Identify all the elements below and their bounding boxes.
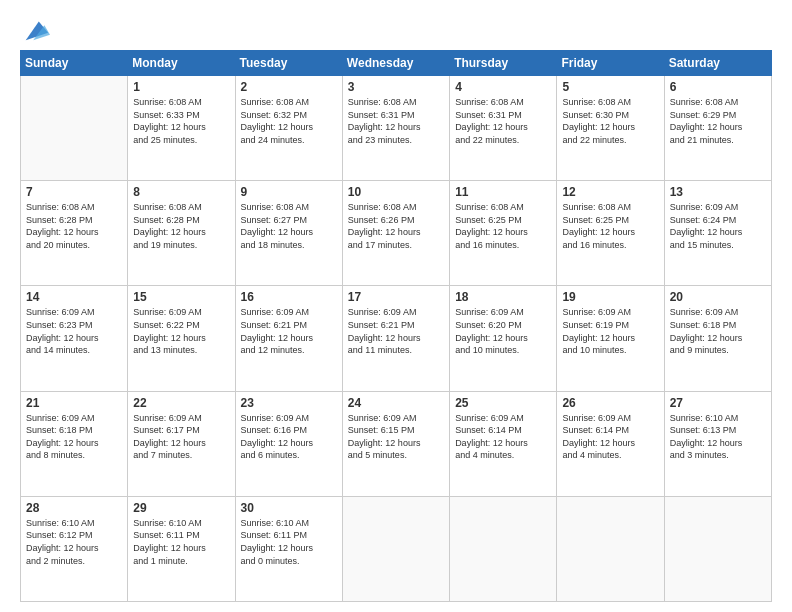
- day-info: Sunrise: 6:10 AM Sunset: 6:13 PM Dayligh…: [670, 412, 766, 462]
- day-number: 23: [241, 396, 337, 410]
- day-info: Sunrise: 6:09 AM Sunset: 6:24 PM Dayligh…: [670, 201, 766, 251]
- calendar-cell: 19Sunrise: 6:09 AM Sunset: 6:19 PM Dayli…: [557, 286, 664, 391]
- day-info: Sunrise: 6:09 AM Sunset: 6:15 PM Dayligh…: [348, 412, 444, 462]
- calendar-cell: 28Sunrise: 6:10 AM Sunset: 6:12 PM Dayli…: [21, 496, 128, 601]
- day-info: Sunrise: 6:10 AM Sunset: 6:11 PM Dayligh…: [133, 517, 229, 567]
- calendar-cell: 5Sunrise: 6:08 AM Sunset: 6:30 PM Daylig…: [557, 76, 664, 181]
- logo-icon: [22, 16, 50, 44]
- day-header-sunday: Sunday: [21, 51, 128, 76]
- day-info: Sunrise: 6:09 AM Sunset: 6:22 PM Dayligh…: [133, 306, 229, 356]
- calendar-cell: 8Sunrise: 6:08 AM Sunset: 6:28 PM Daylig…: [128, 181, 235, 286]
- calendar-cell: [664, 496, 771, 601]
- day-number: 24: [348, 396, 444, 410]
- day-number: 20: [670, 290, 766, 304]
- calendar-cell: 27Sunrise: 6:10 AM Sunset: 6:13 PM Dayli…: [664, 391, 771, 496]
- calendar-cell: 23Sunrise: 6:09 AM Sunset: 6:16 PM Dayli…: [235, 391, 342, 496]
- day-number: 18: [455, 290, 551, 304]
- day-number: 9: [241, 185, 337, 199]
- calendar-cell: 25Sunrise: 6:09 AM Sunset: 6:14 PM Dayli…: [450, 391, 557, 496]
- day-header-monday: Monday: [128, 51, 235, 76]
- day-info: Sunrise: 6:08 AM Sunset: 6:31 PM Dayligh…: [455, 96, 551, 146]
- day-number: 25: [455, 396, 551, 410]
- day-info: Sunrise: 6:09 AM Sunset: 6:23 PM Dayligh…: [26, 306, 122, 356]
- calendar-cell: 10Sunrise: 6:08 AM Sunset: 6:26 PM Dayli…: [342, 181, 449, 286]
- day-info: Sunrise: 6:08 AM Sunset: 6:25 PM Dayligh…: [455, 201, 551, 251]
- calendar-cell: 12Sunrise: 6:08 AM Sunset: 6:25 PM Dayli…: [557, 181, 664, 286]
- calendar-cell: 9Sunrise: 6:08 AM Sunset: 6:27 PM Daylig…: [235, 181, 342, 286]
- calendar-cell: 15Sunrise: 6:09 AM Sunset: 6:22 PM Dayli…: [128, 286, 235, 391]
- day-info: Sunrise: 6:09 AM Sunset: 6:21 PM Dayligh…: [348, 306, 444, 356]
- day-header-friday: Friday: [557, 51, 664, 76]
- day-number: 1: [133, 80, 229, 94]
- day-number: 12: [562, 185, 658, 199]
- week-row-3: 14Sunrise: 6:09 AM Sunset: 6:23 PM Dayli…: [21, 286, 772, 391]
- logo: [20, 16, 50, 40]
- day-header-thursday: Thursday: [450, 51, 557, 76]
- calendar-table: SundayMondayTuesdayWednesdayThursdayFrid…: [20, 50, 772, 602]
- day-number: 2: [241, 80, 337, 94]
- day-number: 28: [26, 501, 122, 515]
- calendar-cell: [342, 496, 449, 601]
- day-number: 4: [455, 80, 551, 94]
- day-info: Sunrise: 6:09 AM Sunset: 6:19 PM Dayligh…: [562, 306, 658, 356]
- day-number: 26: [562, 396, 658, 410]
- day-number: 30: [241, 501, 337, 515]
- calendar-cell: 6Sunrise: 6:08 AM Sunset: 6:29 PM Daylig…: [664, 76, 771, 181]
- day-number: 7: [26, 185, 122, 199]
- day-number: 17: [348, 290, 444, 304]
- calendar-cell: [557, 496, 664, 601]
- day-number: 11: [455, 185, 551, 199]
- day-number: 14: [26, 290, 122, 304]
- day-header-saturday: Saturday: [664, 51, 771, 76]
- calendar-cell: 24Sunrise: 6:09 AM Sunset: 6:15 PM Dayli…: [342, 391, 449, 496]
- day-header-tuesday: Tuesday: [235, 51, 342, 76]
- day-info: Sunrise: 6:08 AM Sunset: 6:27 PM Dayligh…: [241, 201, 337, 251]
- day-number: 10: [348, 185, 444, 199]
- calendar-cell: 29Sunrise: 6:10 AM Sunset: 6:11 PM Dayli…: [128, 496, 235, 601]
- day-info: Sunrise: 6:09 AM Sunset: 6:17 PM Dayligh…: [133, 412, 229, 462]
- day-number: 22: [133, 396, 229, 410]
- calendar-cell: 21Sunrise: 6:09 AM Sunset: 6:18 PM Dayli…: [21, 391, 128, 496]
- calendar-cell: 18Sunrise: 6:09 AM Sunset: 6:20 PM Dayli…: [450, 286, 557, 391]
- day-info: Sunrise: 6:10 AM Sunset: 6:11 PM Dayligh…: [241, 517, 337, 567]
- calendar-cell: [450, 496, 557, 601]
- day-info: Sunrise: 6:08 AM Sunset: 6:28 PM Dayligh…: [133, 201, 229, 251]
- calendar-cell: 20Sunrise: 6:09 AM Sunset: 6:18 PM Dayli…: [664, 286, 771, 391]
- calendar-cell: 1Sunrise: 6:08 AM Sunset: 6:33 PM Daylig…: [128, 76, 235, 181]
- day-info: Sunrise: 6:08 AM Sunset: 6:28 PM Dayligh…: [26, 201, 122, 251]
- day-number: 8: [133, 185, 229, 199]
- header: [20, 16, 772, 40]
- calendar-cell: 14Sunrise: 6:09 AM Sunset: 6:23 PM Dayli…: [21, 286, 128, 391]
- week-row-1: 1Sunrise: 6:08 AM Sunset: 6:33 PM Daylig…: [21, 76, 772, 181]
- day-info: Sunrise: 6:08 AM Sunset: 6:32 PM Dayligh…: [241, 96, 337, 146]
- day-info: Sunrise: 6:10 AM Sunset: 6:12 PM Dayligh…: [26, 517, 122, 567]
- day-number: 5: [562, 80, 658, 94]
- day-header-wednesday: Wednesday: [342, 51, 449, 76]
- day-info: Sunrise: 6:08 AM Sunset: 6:29 PM Dayligh…: [670, 96, 766, 146]
- calendar-cell: 3Sunrise: 6:08 AM Sunset: 6:31 PM Daylig…: [342, 76, 449, 181]
- header-row: SundayMondayTuesdayWednesdayThursdayFrid…: [21, 51, 772, 76]
- day-number: 27: [670, 396, 766, 410]
- day-info: Sunrise: 6:09 AM Sunset: 6:18 PM Dayligh…: [26, 412, 122, 462]
- day-number: 13: [670, 185, 766, 199]
- day-info: Sunrise: 6:09 AM Sunset: 6:14 PM Dayligh…: [562, 412, 658, 462]
- page: SundayMondayTuesdayWednesdayThursdayFrid…: [0, 0, 792, 612]
- calendar-cell: 30Sunrise: 6:10 AM Sunset: 6:11 PM Dayli…: [235, 496, 342, 601]
- day-number: 16: [241, 290, 337, 304]
- calendar-cell: [21, 76, 128, 181]
- calendar-cell: 2Sunrise: 6:08 AM Sunset: 6:32 PM Daylig…: [235, 76, 342, 181]
- day-info: Sunrise: 6:09 AM Sunset: 6:20 PM Dayligh…: [455, 306, 551, 356]
- calendar-cell: 4Sunrise: 6:08 AM Sunset: 6:31 PM Daylig…: [450, 76, 557, 181]
- calendar-cell: 17Sunrise: 6:09 AM Sunset: 6:21 PM Dayli…: [342, 286, 449, 391]
- day-info: Sunrise: 6:08 AM Sunset: 6:25 PM Dayligh…: [562, 201, 658, 251]
- day-info: Sunrise: 6:09 AM Sunset: 6:16 PM Dayligh…: [241, 412, 337, 462]
- week-row-4: 21Sunrise: 6:09 AM Sunset: 6:18 PM Dayli…: [21, 391, 772, 496]
- day-info: Sunrise: 6:08 AM Sunset: 6:31 PM Dayligh…: [348, 96, 444, 146]
- day-info: Sunrise: 6:09 AM Sunset: 6:21 PM Dayligh…: [241, 306, 337, 356]
- calendar-cell: 26Sunrise: 6:09 AM Sunset: 6:14 PM Dayli…: [557, 391, 664, 496]
- day-number: 21: [26, 396, 122, 410]
- day-info: Sunrise: 6:08 AM Sunset: 6:26 PM Dayligh…: [348, 201, 444, 251]
- day-number: 3: [348, 80, 444, 94]
- day-number: 19: [562, 290, 658, 304]
- day-info: Sunrise: 6:09 AM Sunset: 6:18 PM Dayligh…: [670, 306, 766, 356]
